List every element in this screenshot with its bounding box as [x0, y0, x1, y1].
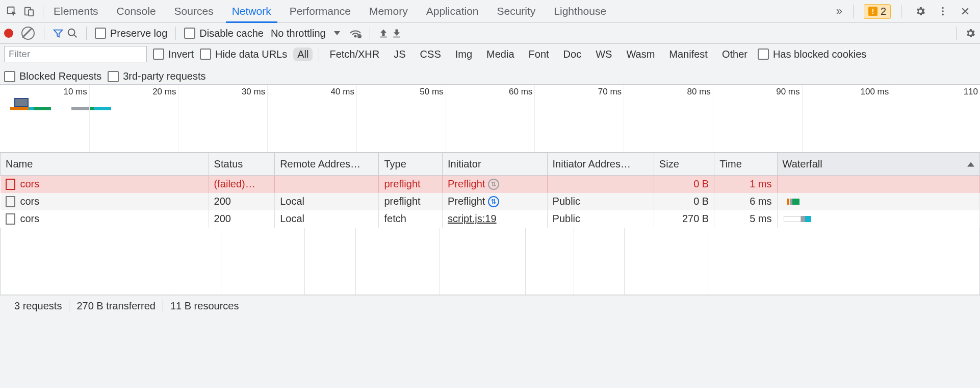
tab-console[interactable]: Console — [114, 0, 159, 22]
network-settings-icon[interactable] — [965, 28, 976, 39]
network-toolbar: Preserve log Disable cache No throttling — [0, 23, 980, 44]
checkbox-icon — [758, 48, 769, 60]
has-blocked-cookies-checkbox[interactable]: Has blocked cookies — [758, 48, 866, 60]
column-header-remote[interactable]: Remote Addres… — [275, 153, 379, 176]
filter-type-font[interactable]: Font — [525, 47, 553, 61]
column-header-status[interactable]: Status — [209, 153, 275, 176]
overview-tick: 80 ms — [687, 87, 713, 97]
column-header-waterfall[interactable]: Waterfall — [777, 153, 979, 176]
third-party-label: 3rd-party requests — [123, 70, 205, 82]
filter-type-ws[interactable]: WS — [591, 47, 616, 61]
request-status: 200 — [209, 210, 275, 228]
blocked-requests-checkbox[interactable]: Blocked Requests — [4, 70, 101, 82]
preflight-icon: ⇅ — [488, 179, 499, 190]
search-icon[interactable] — [67, 28, 78, 39]
third-party-checkbox[interactable]: 3rd-party requests — [108, 70, 205, 82]
tab-memory[interactable]: Memory — [366, 0, 411, 22]
initiator-preflight[interactable]: Preflight⇅ — [448, 178, 542, 190]
close-devtools-icon[interactable] — [957, 3, 974, 20]
blocked-requests-label: Blocked Requests — [19, 70, 101, 82]
separator — [44, 27, 44, 40]
network-conditions-icon[interactable] — [349, 28, 362, 38]
request-table[interactable]: NameStatusRemote Addres…TypeInitiatorIni… — [0, 153, 980, 228]
waterfall-bar — [783, 197, 974, 206]
filter-type-img[interactable]: Img — [451, 47, 476, 61]
initiator-preflight[interactable]: Preflight⇅ — [448, 196, 542, 207]
filter-type-other[interactable]: Other — [718, 47, 752, 61]
table-row[interactable]: cors200LocalpreflightPreflight⇅Public0 B… — [1, 193, 980, 210]
filter-type-manifest[interactable]: Manifest — [665, 47, 712, 61]
overview-tick: 90 ms — [776, 87, 802, 97]
svg-point-5 — [942, 14, 944, 16]
device-toolbar-icon[interactable] — [20, 3, 38, 20]
status-requests: 3 requests — [7, 300, 69, 312]
throttling-select[interactable]: No throttling — [271, 28, 340, 39]
column-header-time[interactable]: Time — [714, 153, 777, 176]
hide-data-urls-label: Hide data URLs — [215, 48, 287, 60]
has-blocked-cookies-label: Has blocked cookies — [773, 48, 866, 60]
filter-type-css[interactable]: CSS — [416, 47, 445, 61]
checkbox-icon — [184, 28, 195, 39]
separator — [901, 5, 901, 18]
filter-type-fetchxhr[interactable]: Fetch/XHR — [325, 47, 383, 61]
request-name: cors — [20, 178, 40, 190]
tab-performance[interactable]: Performance — [287, 0, 354, 22]
checkbox-icon — [108, 71, 119, 82]
overview-tick: 100 ms — [861, 87, 891, 97]
tab-sources[interactable]: Sources — [171, 0, 217, 22]
tab-application[interactable]: Application — [423, 0, 482, 22]
filter-type-wasm[interactable]: Wasm — [622, 47, 659, 61]
network-grid: NameStatusRemote Addres…TypeInitiatorIni… — [0, 153, 980, 295]
tab-security[interactable]: Security — [494, 0, 538, 22]
issues-badge[interactable]: ! 2 — [864, 4, 891, 19]
filter-type-media[interactable]: Media — [482, 47, 518, 61]
svg-rect-9 — [380, 37, 386, 38]
column-header-initiator_addr[interactable]: Initiator Addres… — [547, 153, 654, 176]
disable-cache-checkbox[interactable]: Disable cache — [184, 28, 264, 39]
more-panels-icon[interactable]: » — [831, 3, 848, 20]
filter-type-all[interactable]: All — [293, 47, 313, 61]
tab-network[interactable]: Network — [229, 0, 274, 22]
request-name: cors — [20, 213, 40, 225]
overview-tick: 10 ms — [63, 87, 89, 97]
column-header-size[interactable]: Size — [654, 153, 714, 176]
inspect-element-icon[interactable] — [3, 3, 20, 20]
waterfall-bar — [783, 214, 974, 224]
download-har-icon[interactable] — [392, 28, 402, 38]
column-header-initiator[interactable]: Initiator — [443, 153, 548, 176]
waterfall-bar — [783, 180, 974, 189]
initiator-link[interactable]: script.js:19 — [448, 213, 497, 224]
invert-checkbox[interactable]: Invert — [153, 48, 194, 60]
preserve-log-label: Preserve log — [110, 28, 167, 39]
settings-icon[interactable] — [912, 3, 929, 20]
clear-button[interactable] — [21, 27, 36, 40]
file-icon — [6, 196, 15, 207]
upload-har-icon[interactable] — [378, 28, 389, 38]
overview-tick: 40 ms — [331, 87, 356, 97]
network-overview[interactable]: 10 ms20 ms30 ms40 ms50 ms60 ms70 ms80 ms… — [0, 85, 980, 153]
filter-toggle-icon[interactable] — [53, 28, 64, 39]
issues-count: 2 — [881, 6, 886, 17]
table-row[interactable]: cors(failed)…preflightPreflight⇅0 B1 ms — [1, 176, 980, 193]
chevron-down-icon — [334, 31, 340, 35]
filter-type-js[interactable]: JS — [390, 47, 409, 61]
request-initiator-addr: Public — [547, 193, 654, 210]
filter-type-doc[interactable]: Doc — [559, 47, 586, 61]
overview-tick: 70 ms — [598, 87, 624, 97]
request-initiator-addr — [547, 176, 654, 193]
column-header-type[interactable]: Type — [379, 153, 443, 176]
hide-data-urls-checkbox[interactable]: Hide data URLs — [200, 48, 287, 60]
kebab-menu-icon[interactable] — [934, 3, 951, 20]
separator — [175, 27, 176, 40]
svg-point-7 — [354, 36, 356, 37]
tab-elements[interactable]: Elements — [50, 0, 101, 22]
preserve-log-checkbox[interactable]: Preserve log — [95, 28, 167, 39]
column-header-name[interactable]: Name — [1, 153, 209, 176]
panel-tabs: ElementsConsoleSourcesNetworkPerformance… — [50, 0, 831, 22]
tab-lighthouse[interactable]: Lighthouse — [551, 0, 609, 22]
record-button[interactable] — [4, 29, 18, 38]
table-row[interactable]: cors200Localfetchscript.js:19Public270 B… — [1, 210, 980, 228]
separator — [956, 27, 957, 40]
request-name: cors — [20, 196, 40, 207]
filter-input[interactable] — [4, 46, 147, 62]
